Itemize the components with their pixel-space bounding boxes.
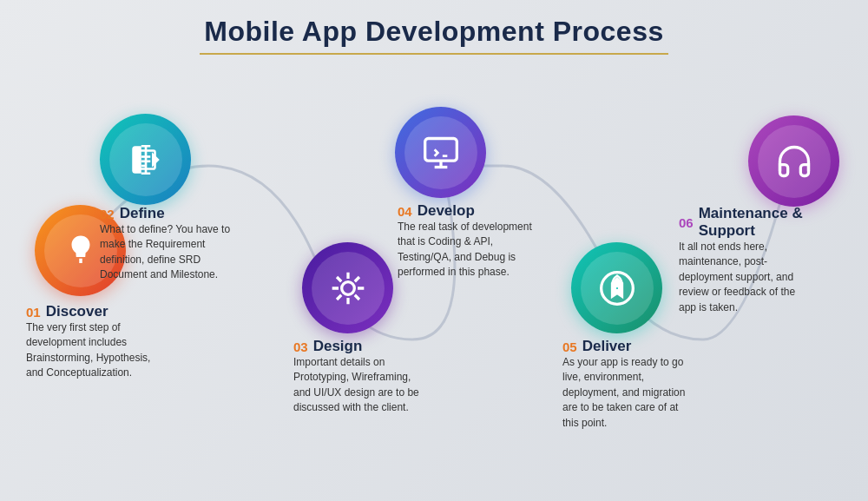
step-06-title: Maintenance & Support [699,205,831,240]
svg-point-8 [83,243,87,247]
step-06-circle-inner [758,125,831,198]
step-06-desc: It all not ends here, maintenance, post-… [679,240,813,315]
step-01-label: 01 Discover The very first step of devel… [26,303,161,381]
step-04-num: 04 [398,204,412,219]
step-04-circle [395,107,486,198]
step-02-label: 02 Define What to define? You have to ma… [100,205,234,283]
step-04-circle-inner [404,116,477,189]
content-area: 01 Discover The very first step of devel… [17,70,851,452]
step-02-circle-inner [109,123,182,196]
step-01-title: Discover [46,303,108,320]
step-01-desc: The very first step of development inclu… [26,320,161,381]
svg-rect-15 [424,138,457,161]
step-05 [571,242,662,333]
deliver-icon [598,269,636,307]
svg-point-19 [615,286,620,291]
step-02 [100,114,191,205]
step-03-title: Design [313,338,363,355]
step-03-circle-inner [312,252,385,325]
header-divider [200,53,668,55]
svg-point-14 [341,281,354,294]
step-03-num: 03 [293,339,308,354]
step-03-label: 03 Design Important details on Prototypi… [293,338,428,416]
step-03 [302,242,393,333]
step-06 [748,115,839,207]
step-02-circle [100,114,191,205]
design-icon [329,269,367,307]
step-02-desc: What to define? You have to make the Req… [100,222,234,283]
step-05-circle-inner [581,252,654,325]
header: Mobile App Development Process [17,0,851,62]
svg-point-7 [79,240,82,243]
step-05-title: Deliver [582,338,632,355]
svg-point-6 [75,243,78,247]
step-05-label: 05 Deliver As your app is ready to go li… [562,338,697,431]
step-03-circle [302,242,393,333]
step-02-title: Define [120,205,165,222]
step-06-label: 06 Maintenance & Support It all not ends… [679,205,831,315]
step-06-circle [748,115,839,207]
maintenance-icon [775,142,813,181]
step-05-num: 05 [562,339,577,354]
discover-icon [62,233,99,269]
page-title: Mobile App Development Process [17,16,851,48]
step-05-desc: As your app is ready to go live, environ… [562,355,697,431]
step-05-circle [571,242,662,333]
develop-icon [422,134,460,172]
step-04-title: Develop [418,202,475,220]
page-container: Mobile App Development Process [0,0,868,501]
step-04-desc: The real task of development that is Cod… [398,220,532,280]
step-06-num: 06 [679,215,694,230]
step-01-num: 01 [26,305,41,320]
step-04 [395,107,486,198]
step-02-num: 02 [100,207,115,221]
step-04-label: 04 Develop The real task of development … [398,202,532,280]
define-icon [128,142,164,178]
step-03-desc: Important details on Prototyping, Wirefr… [293,355,428,416]
